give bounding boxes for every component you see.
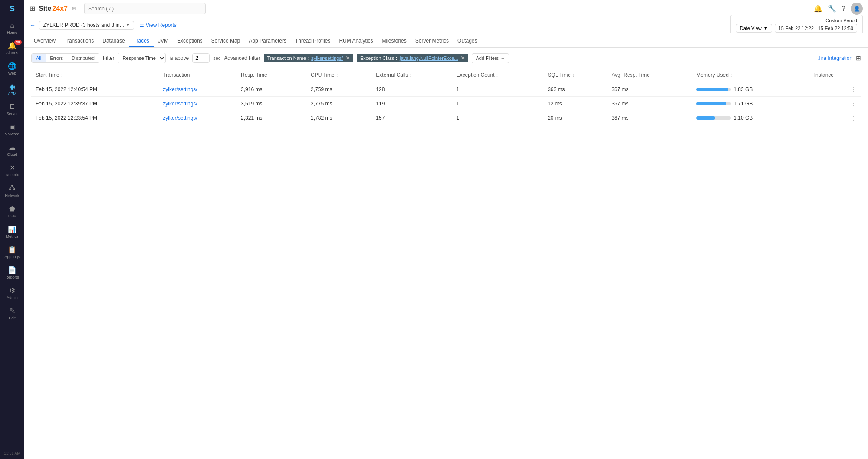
table-row[interactable]: Feb 15, 2022 12:40:54 PM zylker/settings… xyxy=(31,82,861,97)
sidebar-item-home[interactable]: ⌂ Home xyxy=(0,18,24,38)
sort-icon: ↕ xyxy=(61,73,63,78)
date-view-button[interactable]: Date View ▼ xyxy=(736,24,772,33)
cell-transaction[interactable]: zylker/settings/ xyxy=(158,97,237,111)
tab-service-map[interactable]: Service Map xyxy=(207,35,245,47)
filter-type-select[interactable]: Response Time xyxy=(118,53,166,63)
filter-value-input[interactable] xyxy=(192,53,210,63)
tab-rum-analytics[interactable]: RUM Analytics xyxy=(335,35,377,47)
cell-transaction[interactable]: zylker/settings/ xyxy=(158,111,237,125)
tab-outages[interactable]: Outages xyxy=(453,35,481,47)
sidebar-item-vmware[interactable]: ▣ VMware xyxy=(0,119,24,140)
cell-sql-time: 12 ms xyxy=(543,97,607,111)
custom-period-label: Custom Period xyxy=(825,18,857,23)
transaction-filter-key: Transaction Name : xyxy=(267,56,309,61)
sidebar-item-admin[interactable]: ⚙ Admin xyxy=(0,283,24,303)
tab-overview[interactable]: Overview xyxy=(30,35,60,47)
col-start-time[interactable]: Start Time ↕ xyxy=(31,69,158,82)
col-cpu-time[interactable]: CPU Time ↕ xyxy=(306,69,372,82)
sidebar-item-applogs[interactable]: 📋 AppLogs xyxy=(0,242,24,262)
table-row[interactable]: Feb 15, 2022 12:23:54 PM zylker/settings… xyxy=(31,111,861,125)
cell-avg-resp-time: 367 ms xyxy=(607,111,692,125)
exception-filter-tag: Exception Class : java.lang.NullPointerE… xyxy=(357,54,469,62)
tab-server-metrics[interactable]: Server Metrics xyxy=(411,35,453,47)
cell-sql-time: 20 ms xyxy=(543,111,607,125)
add-filters-button[interactable]: Add Filters ＋ xyxy=(472,53,509,63)
tab-milestones[interactable]: Milestones xyxy=(377,35,411,47)
jira-integration-link[interactable]: Jira Integration xyxy=(818,55,852,61)
avatar[interactable]: 👤 xyxy=(851,3,863,15)
grid-view-icon[interactable]: ⊞ xyxy=(856,55,861,62)
settings-icon[interactable]: 🔧 xyxy=(828,4,836,13)
server-icon: 🖥 xyxy=(9,103,16,111)
tab-traces[interactable]: Traces xyxy=(129,35,154,47)
row-menu-icon[interactable]: ⋮ xyxy=(851,86,857,93)
col-memory-used[interactable]: Memory Used ↕ xyxy=(692,69,809,82)
exception-filter-value[interactable]: java.lang.NullPointerExce... xyxy=(400,56,458,61)
sidebar-item-server[interactable]: 🖥 Server xyxy=(0,99,24,119)
cell-transaction[interactable]: zylker/settings/ xyxy=(158,82,237,97)
col-exception-count[interactable]: Exception Count ↕ xyxy=(452,69,544,82)
sidebar-logo: S xyxy=(0,0,24,18)
app-selector[interactable]: ZYLKER PROD (3 hosts and 3 in... ▼ xyxy=(39,21,134,30)
view-reports-button[interactable]: ☰ View Reports xyxy=(139,22,177,28)
svg-point-1 xyxy=(9,188,11,190)
cell-external-calls: 119 xyxy=(372,97,452,111)
apm-icon: ◉ xyxy=(9,82,15,91)
sidebar-item-metrics[interactable]: 📊 Metrics xyxy=(0,222,24,242)
tab-exceptions[interactable]: Exceptions xyxy=(173,35,207,47)
notification-icon[interactable]: 🔔 xyxy=(814,4,822,13)
exception-filter-close[interactable]: ✕ xyxy=(460,55,465,61)
col-resp-time[interactable]: Resp. Time ↑ xyxy=(237,69,306,82)
search-input[interactable] xyxy=(84,3,206,14)
col-external-calls[interactable]: External Calls ↕ xyxy=(372,69,452,82)
sidebar-time: 11:51 AM xyxy=(4,448,20,459)
applogs-icon: 📋 xyxy=(8,246,16,254)
tab-jvm[interactable]: JVM xyxy=(154,35,173,47)
cloud-icon: ☁ xyxy=(9,143,16,151)
sidebar-item-web[interactable]: 🌐 Web xyxy=(0,59,24,79)
logo-expand-icon[interactable]: ⊞ xyxy=(72,6,76,11)
col-sql-time[interactable]: SQL Time ↕ xyxy=(543,69,607,82)
tab-database[interactable]: Database xyxy=(98,35,129,47)
logo-num-text: 24x7 xyxy=(52,5,68,13)
back-button[interactable]: ← xyxy=(30,22,36,29)
help-icon[interactable]: ? xyxy=(842,5,845,13)
row-menu-icon[interactable]: ⋮ xyxy=(851,115,857,121)
sidebar-item-rum[interactable]: ⬟ RUM xyxy=(0,201,24,222)
cell-avg-resp-time: 367 ms xyxy=(607,82,692,97)
tab-app-parameters[interactable]: App Parameters xyxy=(244,35,291,47)
cell-exception-count: 1 xyxy=(452,97,544,111)
cell-resp-time: 2,321 ms xyxy=(237,111,306,125)
distributed-filter-button[interactable]: Distributed xyxy=(67,54,99,62)
date-range-display: 15-Feb-22 12:22 - 15-Feb-22 12:50 xyxy=(775,24,857,33)
home-icon: ⌂ xyxy=(10,22,14,30)
sidebar-item-apm[interactable]: ◉ APM xyxy=(0,79,24,99)
row-menu-icon[interactable]: ⋮ xyxy=(851,100,857,107)
grid-icon[interactable]: ⊞ xyxy=(30,4,35,13)
tab-thread-profiles[interactable]: Thread Profiles xyxy=(291,35,335,47)
sort-icon-sql: ↕ xyxy=(572,73,574,78)
sort-icon-mem: ↕ xyxy=(730,73,732,78)
cell-memory-used: 1.83 GB xyxy=(692,82,809,97)
exception-filter-key: Exception Class : xyxy=(360,56,397,61)
nav-tabs: Overview Transactions Database Traces JV… xyxy=(24,33,868,48)
cell-memory-used: 1.10 GB xyxy=(692,111,809,125)
sidebar-item-edit[interactable]: ✎ Edit xyxy=(0,303,24,324)
vmware-icon: ▣ xyxy=(9,123,16,131)
cell-external-calls: 157 xyxy=(372,111,452,125)
table-body: Feb 15, 2022 12:40:54 PM zylker/settings… xyxy=(31,82,861,125)
filter-bar-right: Jira Integration ⊞ xyxy=(818,55,861,62)
table-row[interactable]: Feb 15, 2022 12:39:37 PM zylker/settings… xyxy=(31,97,861,111)
cell-cpu-time: 2,775 ms xyxy=(306,97,372,111)
tab-transactions[interactable]: Transactions xyxy=(60,35,98,47)
sidebar-item-reports[interactable]: 📄 Reports xyxy=(0,262,24,283)
sidebar-item-nutanix[interactable]: ✕ Nutanix xyxy=(0,160,24,180)
sidebar-item-cloud[interactable]: ☁ Cloud xyxy=(0,140,24,160)
transaction-filter-close[interactable]: ✕ xyxy=(345,55,350,61)
errors-filter-button[interactable]: Errors xyxy=(46,54,67,62)
transaction-filter-value[interactable]: zylker/settings/ xyxy=(311,56,343,61)
sidebar-item-network[interactable]: Network xyxy=(0,180,24,201)
filter-label: Filter xyxy=(103,55,115,61)
sidebar-item-alarms[interactable]: 🔔 29 Alarms xyxy=(0,38,24,59)
all-filter-button[interactable]: All xyxy=(32,54,46,62)
